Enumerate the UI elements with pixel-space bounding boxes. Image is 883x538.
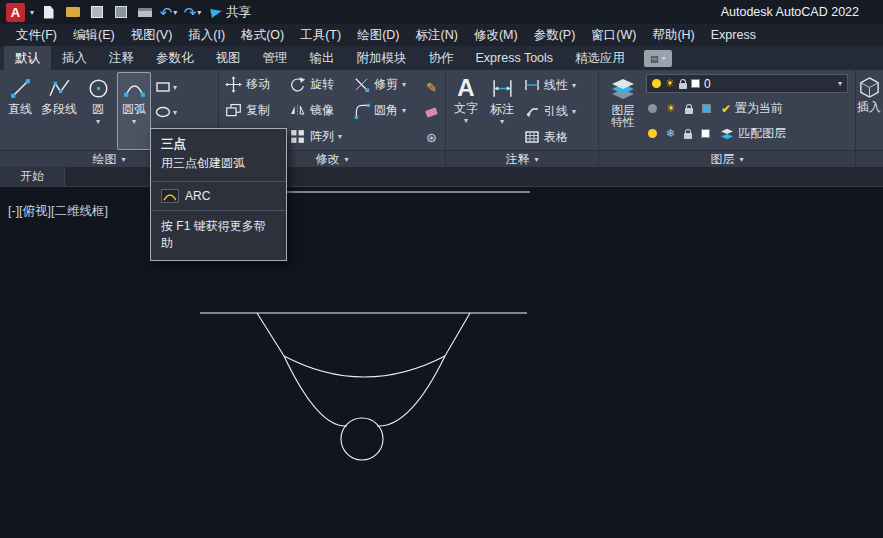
- app-logo[interactable]: A: [6, 3, 25, 22]
- app-menu-caret-icon[interactable]: ▾: [30, 8, 34, 17]
- array-dropdown-caret-icon[interactable]: ▾: [338, 133, 342, 140]
- menu-item-file[interactable]: 文件(F): [8, 24, 65, 46]
- ribbon-tab-insert[interactable]: 插入: [51, 46, 98, 70]
- ribbon-tab-parametric[interactable]: 参数化: [145, 46, 205, 70]
- arc-dropdown-caret-icon[interactable]: ▾: [132, 118, 136, 125]
- menu-item-parametric[interactable]: 参数(P): [526, 24, 584, 46]
- mirror-icon: [289, 102, 306, 119]
- layer-select-caret-icon[interactable]: ▾: [838, 80, 842, 87]
- menu-item-draw[interactable]: 绘图(D): [349, 24, 407, 46]
- drawing-left-slant: [257, 313, 284, 356]
- snowflake-icon: ❄: [666, 128, 675, 139]
- table-button[interactable]: 表格: [521, 124, 579, 150]
- text-button[interactable]: A 文字 ▾: [449, 72, 483, 150]
- circle-button[interactable]: 圆 ▾: [81, 72, 115, 150]
- redo-button[interactable]: ↷▾: [183, 3, 202, 22]
- layer-lock-button[interactable]: [683, 97, 695, 121]
- viewport-controls-label[interactable]: [-][俯视][二维线框]: [8, 203, 108, 220]
- move-button[interactable]: 移动: [222, 72, 282, 97]
- rectangle-button[interactable]: ▾: [153, 75, 179, 99]
- layer-unlock-button[interactable]: [682, 122, 694, 146]
- linear-dimension-button[interactable]: 线性 ▾: [521, 72, 579, 98]
- menu-item-view[interactable]: 视图(V): [123, 24, 181, 46]
- panel-draw-expand-icon: ▾: [121, 156, 125, 163]
- mirror-button[interactable]: 镜像: [286, 98, 346, 123]
- erase-icon: [425, 107, 438, 117]
- circle-dropdown-caret-icon[interactable]: ▾: [96, 118, 100, 125]
- menu-item-window[interactable]: 窗口(W): [583, 24, 644, 46]
- menu-item-tools[interactable]: 工具(T): [292, 24, 349, 46]
- start-tab[interactable]: 开始: [0, 167, 65, 186]
- trim-button[interactable]: 修剪 ▾: [350, 72, 422, 97]
- tooltip-command: ARC: [185, 189, 210, 203]
- match-layer-button[interactable]: 匹配图层: [717, 121, 789, 146]
- arc-label: 圆弧: [122, 103, 146, 116]
- undo-button[interactable]: ↶▾: [159, 3, 178, 22]
- layer-walk-button[interactable]: [699, 122, 712, 146]
- ellipse-button[interactable]: ▾: [153, 100, 179, 124]
- edit-polyline-button[interactable]: ✎: [424, 75, 439, 99]
- menu-item-format[interactable]: 格式(O): [233, 24, 292, 46]
- layer-freeze-button[interactable]: ❄: [664, 122, 677, 146]
- erase-button[interactable]: [424, 100, 439, 124]
- panel-footer-insert[interactable]: [856, 150, 883, 167]
- copy-button[interactable]: 复制: [222, 98, 282, 123]
- leader-dropdown-caret-icon[interactable]: ▾: [572, 108, 576, 115]
- save-as-button[interactable]: [111, 3, 130, 22]
- menu-item-edit[interactable]: 编辑(E): [65, 24, 123, 46]
- check-icon: ✔: [721, 103, 731, 115]
- menu-item-help[interactable]: 帮助(H): [644, 24, 702, 46]
- plot-button[interactable]: [135, 3, 154, 22]
- layer-on-button[interactable]: [646, 122, 659, 146]
- panel-footer-layers[interactable]: 图层 ▾: [599, 150, 855, 167]
- leader-button[interactable]: 引线 ▾: [521, 98, 579, 124]
- redo-caret-icon[interactable]: ▾: [197, 8, 201, 17]
- tooltip-title: 三点: [151, 129, 286, 155]
- share-button[interactable]: 共享: [207, 4, 255, 21]
- line-button[interactable]: 直线: [3, 72, 37, 150]
- drawing-canvas[interactable]: [-][俯视][二维线框]: [0, 187, 883, 538]
- ribbon-tab-home[interactable]: 默认: [4, 46, 51, 70]
- rotate-button[interactable]: 旋转: [286, 72, 346, 97]
- layer-select[interactable]: ☀ 0 ▾: [646, 74, 848, 93]
- drawing-right-slant: [445, 313, 470, 356]
- layer-color-button[interactable]: [700, 97, 713, 121]
- menu-item-express[interactable]: Express: [703, 24, 764, 46]
- trim-dropdown-caret-icon[interactable]: ▾: [402, 81, 406, 88]
- array-button[interactable]: 阵列 ▾: [286, 124, 346, 149]
- layer-isolate-button[interactable]: ☀: [664, 97, 678, 121]
- polyline-button[interactable]: 多段线: [39, 72, 79, 150]
- ribbon-tab-addins[interactable]: 附加模块: [346, 46, 418, 70]
- set-current-button[interactable]: ✔ 置为当前: [718, 96, 786, 121]
- insert-block-button[interactable]: 插入: [857, 72, 881, 150]
- new-file-button[interactable]: [39, 3, 58, 22]
- ribbon-tab-collaborate[interactable]: 协作: [418, 46, 465, 70]
- linear-dropdown-caret-icon[interactable]: ▾: [572, 82, 576, 89]
- ribbon-tab-express-tools[interactable]: Express Tools: [465, 46, 565, 70]
- ribbon-tab-output[interactable]: 输出: [299, 46, 346, 70]
- ribbon-tab-view[interactable]: 视图: [205, 46, 252, 70]
- fillet-button[interactable]: 圆角 ▾: [350, 98, 422, 123]
- fillet-dropdown-caret-icon[interactable]: ▾: [402, 107, 406, 114]
- ribbon-tab-featured-apps[interactable]: 精选应用: [564, 46, 636, 70]
- explode-button[interactable]: ⊛: [424, 125, 439, 149]
- menu-item-insert[interactable]: 插入(I): [180, 24, 233, 46]
- layer-properties-button[interactable]: 图层 特性: [602, 72, 644, 150]
- menu-item-modify[interactable]: 修改(M): [466, 24, 526, 46]
- rectangle-dropdown-caret-icon[interactable]: ▾: [173, 84, 177, 91]
- ribbon-tab-manage[interactable]: 管理: [252, 46, 299, 70]
- layer-off-button[interactable]: [646, 97, 659, 121]
- ellipse-dropdown-caret-icon[interactable]: ▾: [173, 109, 177, 116]
- share-label: 共享: [226, 4, 251, 21]
- panel-footer-annotate[interactable]: 注释 ▾: [446, 150, 598, 167]
- menu-item-dimension[interactable]: 标注(N): [408, 24, 466, 46]
- text-dropdown-caret-icon[interactable]: ▾: [464, 117, 468, 124]
- undo-caret-icon[interactable]: ▾: [173, 8, 177, 17]
- ribbon-display-toggle[interactable]: ▤ ▾: [644, 50, 672, 67]
- save-button[interactable]: [87, 3, 106, 22]
- dimension-dropdown-caret-icon[interactable]: ▾: [500, 118, 504, 125]
- arc-button[interactable]: 圆弧 ▾: [117, 72, 151, 150]
- open-file-button[interactable]: [63, 3, 82, 22]
- ribbon-tab-annotate[interactable]: 注释: [98, 46, 145, 70]
- dimension-button[interactable]: 标注 ▾: [485, 72, 519, 150]
